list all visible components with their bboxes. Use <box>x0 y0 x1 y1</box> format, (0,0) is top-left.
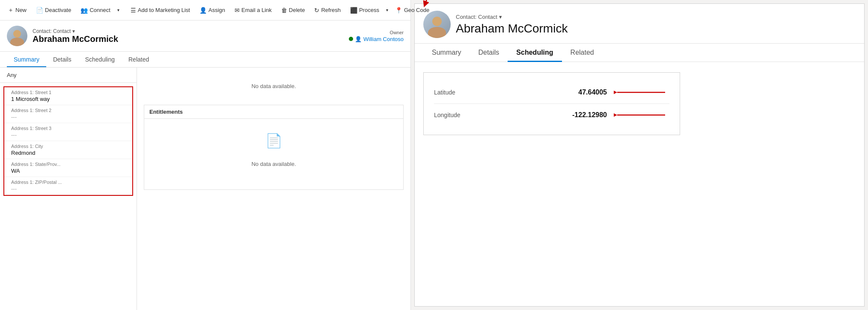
process-button[interactable]: ⬛ Process <box>346 4 383 16</box>
no-data-top: No data available. <box>144 74 404 98</box>
left-panel: ＋ New 📄 Deactivate 👥 Connect ▾ ☰ Add to … <box>0 0 411 310</box>
field-state: Address 1: State/Prov... WA <box>4 159 132 177</box>
right-tab-summary[interactable]: Summary <box>423 44 470 62</box>
latitude-value: 47.64005 <box>578 89 607 96</box>
assign-icon: 👤 <box>199 7 207 14</box>
longitude-value: -122.12980 <box>572 111 607 119</box>
geocode-arrow <box>416 0 438 8</box>
geo-card: Latitude 47.64005 Longitude <box>423 72 680 135</box>
right-header-top: Contact: Contact ▾ Abraham McCormick <box>423 11 856 38</box>
right-tabs: Summary Details Scheduling Related <box>415 44 864 62</box>
connect-icon: 👥 <box>80 7 88 14</box>
svg-line-1 <box>425 0 429 4</box>
right-title-block: Contact: Contact ▾ Abraham McCormick <box>456 14 568 35</box>
longitude-row: Longitude -122.12980 <box>434 104 669 126</box>
entitlements-body: 📄 No data available. <box>144 119 403 189</box>
any-header: Any <box>0 68 137 83</box>
field-state-label: Address 1: State/Prov... <box>11 162 125 167</box>
right-content: Latitude 47.64005 Longitude <box>415 62 864 306</box>
field-street2-label: Address 1: Street 2 <box>11 108 125 113</box>
right-tab-details[interactable]: Details <box>470 44 508 62</box>
chevron-down-icon[interactable]: ▾ <box>72 28 75 34</box>
entitlements-section: Entitlements 📄 No data available. <box>144 105 404 190</box>
tab-details[interactable]: Details <box>46 52 78 67</box>
field-city-label: Address 1: City <box>11 144 125 149</box>
connect-button[interactable]: 👥 Connect <box>76 4 114 16</box>
owner-name: William Contoso <box>363 36 404 42</box>
owner-status-dot <box>349 37 353 41</box>
plus-icon: ＋ <box>8 6 14 14</box>
field-city-value: Redmond <box>11 150 125 156</box>
delete-button[interactable]: 🗑 Delete <box>277 4 309 16</box>
no-data-bottom: No data available. <box>251 152 296 176</box>
right-panel: Contact: Contact ▾ Abraham McCormick Sum… <box>414 3 865 307</box>
contact-title-block: Contact: Contact ▾ Abraham McCormick <box>33 28 118 44</box>
owner-label: Owner <box>390 30 404 35</box>
form-main: No data available. Entitlements 📄 No dat… <box>137 68 410 310</box>
latitude-label: Latitude <box>434 89 455 96</box>
field-zip-value: --- <box>11 186 125 192</box>
field-street3-label: Address 1: Street 3 <box>11 126 125 131</box>
right-tab-scheduling[interactable]: Scheduling <box>508 44 562 62</box>
tabs: Summary Details Scheduling Related <box>0 52 410 68</box>
delete-icon: 🗑 <box>281 7 287 14</box>
deactivate-icon: 📄 <box>36 7 43 14</box>
field-street3: Address 1: Street 3 --- <box>4 123 132 141</box>
contact-type: Contact: Contact ▾ <box>33 28 118 34</box>
deactivate-button[interactable]: 📄 Deactivate <box>32 4 75 16</box>
avatar <box>7 26 27 46</box>
marketing-button[interactable]: ☰ Add to Marketing List <box>126 4 194 16</box>
owner-link[interactable]: 👤 William Contoso <box>349 36 404 42</box>
avatar-face <box>7 26 27 46</box>
refresh-button[interactable]: ↻ Refresh <box>310 4 345 16</box>
chevron-down-icon-right[interactable]: ▾ <box>499 14 502 20</box>
field-state-value: WA <box>11 168 125 174</box>
tab-scheduling[interactable]: Scheduling <box>78 52 122 67</box>
contact-info: Contact: Contact ▾ Abraham McCormick <box>7 26 118 46</box>
field-zip-label: Address 1: ZIP/Postal ... <box>11 180 125 185</box>
longitude-arrow <box>614 111 669 119</box>
contact-name: Abraham McCormick <box>33 34 118 44</box>
no-data-icon: 📄 <box>265 133 282 149</box>
right-header: Contact: Contact ▾ Abraham McCormick <box>415 4 864 44</box>
process-chevron[interactable]: ▾ <box>384 5 390 15</box>
tab-summary[interactable]: Summary <box>7 52 46 67</box>
field-street1: Address 1: Street 1 1 Microsoft way <box>4 87 132 105</box>
right-avatar <box>423 11 451 38</box>
marketing-icon: ☰ <box>131 7 136 14</box>
process-icon: ⬛ <box>350 7 357 14</box>
owner-icon: 👤 <box>355 36 362 42</box>
latitude-arrow <box>614 88 669 97</box>
email-button[interactable]: ✉ Email a Link <box>230 4 276 16</box>
tab-related[interactable]: Related <box>122 52 156 67</box>
field-street3-value: --- <box>11 132 125 138</box>
new-button[interactable]: ＋ New <box>3 4 31 17</box>
contact-owner: Owner 👤 William Contoso <box>349 30 404 42</box>
field-street2: Address 1: Street 2 --- <box>4 105 132 123</box>
longitude-label: Longitude <box>434 112 461 118</box>
entitlements-header: Entitlements <box>144 105 403 119</box>
main-content: Any Address 1: Street 1 1 Microsoft way … <box>0 68 410 310</box>
field-street1-label: Address 1: Street 1 <box>11 90 125 95</box>
connect-chevron[interactable]: ▾ <box>116 5 121 15</box>
contact-header: Contact: Contact ▾ Abraham McCormick Own… <box>0 21 410 52</box>
address-section: Address 1: Street 1 1 Microsoft way Addr… <box>3 86 133 196</box>
field-zip: Address 1: ZIP/Postal ... --- <box>4 177 132 195</box>
right-tab-related[interactable]: Related <box>562 44 603 62</box>
field-city: Address 1: City Redmond <box>4 141 132 159</box>
refresh-icon: ↻ <box>314 7 319 14</box>
assign-button[interactable]: 👤 Assign <box>195 4 229 16</box>
toolbar: ＋ New 📄 Deactivate 👥 Connect ▾ ☰ Add to … <box>0 0 410 21</box>
form-sidebar: Any Address 1: Street 1 1 Microsoft way … <box>0 68 137 310</box>
email-icon: ✉ <box>235 7 240 14</box>
right-contact-type: Contact: Contact ▾ <box>456 14 568 20</box>
right-contact-name: Abraham McCormick <box>456 22 568 35</box>
field-street1-value: 1 Microsoft way <box>11 96 125 102</box>
geocode-icon: 📍 <box>395 7 402 14</box>
latitude-row: Latitude 47.64005 <box>434 81 669 104</box>
field-street2-value: --- <box>11 114 125 120</box>
